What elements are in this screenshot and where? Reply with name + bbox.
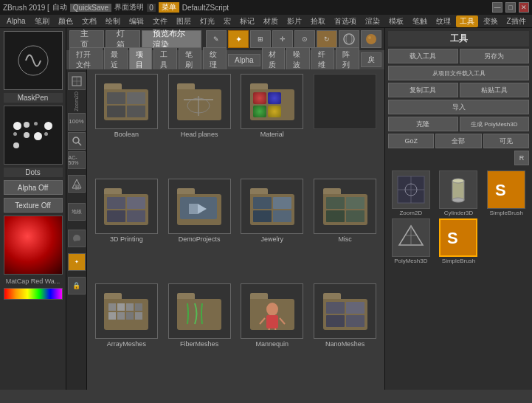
color-bar[interactable]	[4, 288, 63, 300]
goz-btn[interactable]: GoZ	[388, 134, 434, 148]
r-btn[interactable]: R	[514, 151, 529, 165]
menu-draw[interactable]: 绘制	[102, 16, 124, 27]
quick-save-btn[interactable]: QuickSave	[70, 4, 111, 12]
load-tool-btn[interactable]: 载入工具	[388, 49, 458, 63]
perspective-icon[interactable]	[68, 175, 86, 193]
list-item[interactable]: 3D Printing	[91, 179, 162, 280]
paste-tool-btn[interactable]: 粘贴工具	[460, 83, 530, 97]
list-item[interactable]: Boolean	[91, 74, 162, 176]
list-item[interactable]: ArrayMeshes	[91, 283, 162, 385]
tool-zoom2d[interactable]: Zoom2D	[388, 170, 434, 216]
halfzoom-icon[interactable]: AC-50%	[68, 151, 86, 169]
svg-rect-25	[135, 312, 142, 320]
file-tab-extra[interactable]: 戾	[361, 52, 381, 67]
tab-preview-render[interactable]: 预览布尔渲染	[142, 30, 201, 48]
maximize-btn[interactable]: □	[505, 2, 516, 13]
list-item[interactable]: Mannequin	[238, 283, 308, 385]
menu-movie[interactable]: 影片	[283, 16, 305, 27]
menu-tool[interactable]: 工具	[456, 16, 478, 27]
menu-marker[interactable]: 标记	[236, 16, 258, 27]
load-from-project-btn[interactable]: 从项目文件载入工具	[388, 66, 529, 80]
list-item[interactable]: Material	[238, 74, 308, 176]
file-tab-open[interactable]: 打开文件	[69, 47, 103, 72]
file-tab-recent[interactable]: 最近	[104, 47, 128, 72]
matcap-preview[interactable]	[4, 216, 63, 275]
file-tab-array[interactable]: 阵列	[336, 47, 359, 72]
zoom-icon[interactable]	[68, 132, 86, 150]
shadow-icon[interactable]	[68, 230, 86, 247]
tab-home[interactable]: 主页	[69, 30, 104, 48]
menu-edit[interactable]: 编辑	[125, 16, 148, 27]
select-icon[interactable]: ⊞	[250, 30, 271, 48]
file-tab-fiber[interactable]: 纤维	[311, 47, 335, 72]
save-as-btn[interactable]: 另存为	[460, 49, 530, 63]
list-item[interactable]: DemoProjects	[165, 179, 235, 280]
file-tab-noise[interactable]: 噪波	[286, 47, 310, 72]
draw-icon[interactable]: ✦	[228, 30, 249, 48]
move-icon[interactable]: ✛	[272, 30, 293, 48]
tool-polymesh3d[interactable]: PolyMesh3D	[388, 218, 434, 264]
menu-render[interactable]: 渲染	[362, 16, 384, 27]
svg-line-30	[268, 328, 269, 330]
menu-prefs[interactable]: 首选项	[331, 16, 360, 27]
list-item[interactable]: NanoMeshes	[310, 283, 380, 385]
minimize-btn[interactable]: —	[492, 2, 502, 13]
menu-macro[interactable]: 宏	[220, 16, 235, 27]
menu-brush[interactable]: 笔刷	[31, 16, 53, 27]
make-polymesh-btn[interactable]: 生成 PolyMesh3D	[460, 117, 530, 131]
list-item[interactable]: Misc	[310, 179, 380, 280]
file-tab-project[interactable]: 项目	[129, 47, 153, 72]
file-tab-tool[interactable]: 工具	[153, 47, 177, 72]
menu-file[interactable]: 文件	[149, 16, 171, 27]
menu-layer[interactable]: 图层	[173, 16, 195, 27]
hundred-icon[interactable]: 100%	[68, 113, 86, 131]
all-btn[interactable]: 全部	[435, 134, 481, 148]
menu-light[interactable]: 灯光	[196, 16, 218, 27]
list-item[interactable]: FiberMeshes	[165, 283, 235, 385]
texture-off-button[interactable]: Texture Off	[4, 198, 63, 213]
file-tab-material[interactable]: 材质	[262, 47, 286, 72]
visible-btn[interactable]: 可见	[483, 134, 529, 148]
active-icon[interactable]: ✦	[68, 253, 86, 271]
scale-icon[interactable]: ⊙	[294, 30, 315, 48]
menu-pick[interactable]: 拾取	[307, 16, 329, 27]
copy-tool-btn[interactable]: 复制工具	[388, 83, 458, 97]
tool-simplebrush[interactable]: S SimpleBrush	[483, 170, 529, 216]
lock-icon[interactable]: 🔒	[68, 277, 86, 294]
edit-icon[interactable]: ✎	[206, 30, 227, 48]
menu-texture[interactable]: 纹理	[432, 16, 455, 27]
file-tab-alpha[interactable]: Alpha	[228, 54, 260, 66]
menu-stroke[interactable]: 笔触	[409, 16, 431, 27]
list-item[interactable]: Head planes	[165, 74, 235, 176]
sphere-icon[interactable]	[339, 30, 359, 48]
copy-paste-row: 复制工具 粘贴工具	[388, 83, 529, 97]
tab-lightbox[interactable]: 灯箱	[106, 30, 140, 48]
floor-icon[interactable]: 地板	[68, 203, 86, 221]
menu-document[interactable]: 文档	[78, 16, 100, 27]
menu-material[interactable]: 材质	[260, 16, 282, 27]
material-icon[interactable]	[361, 30, 381, 48]
menu-transform[interactable]: 变换	[480, 16, 502, 27]
menu-color[interactable]: 颜色	[55, 16, 77, 27]
tool-simplebrush2[interactable]: S SimpleBrush	[436, 218, 482, 264]
right-panel: 工具 载入工具 另存为 从项目文件载入工具 复制工具 粘贴工具 导入 克隆 生成…	[384, 28, 532, 390]
close-btn[interactable]: ✕	[519, 2, 529, 13]
list-item[interactable]: Jewelry	[238, 179, 308, 280]
alpha-preview[interactable]	[4, 106, 63, 165]
zoom2d-icon[interactable]	[68, 72, 86, 90]
import-btn[interactable]: 导入	[388, 100, 529, 114]
menu-zplugin[interactable]: Z插件	[503, 16, 530, 27]
menu-alpha[interactable]: Alpha	[3, 16, 30, 26]
svg-rect-18	[108, 303, 116, 311]
import-row: 导入	[388, 100, 529, 114]
menu-template[interactable]: 模板	[385, 16, 407, 27]
file-tab-texture[interactable]: 纹理	[203, 47, 227, 72]
menu-label[interactable]: 菜单	[159, 2, 179, 13]
rotate-icon[interactable]: ↻	[317, 30, 337, 48]
main-layout: MaskPen Dots Alpha Off Texture Off MatCa…	[0, 28, 532, 390]
file-tab-brush[interactable]: 笔刷	[179, 47, 202, 72]
brush-preview[interactable]	[4, 31, 63, 90]
clone-btn[interactable]: 克隆	[388, 117, 458, 131]
alpha-off-button[interactable]: Alpha Off	[4, 180, 63, 195]
tool-cylinder3d[interactable]: Cylinder3D	[436, 170, 482, 216]
